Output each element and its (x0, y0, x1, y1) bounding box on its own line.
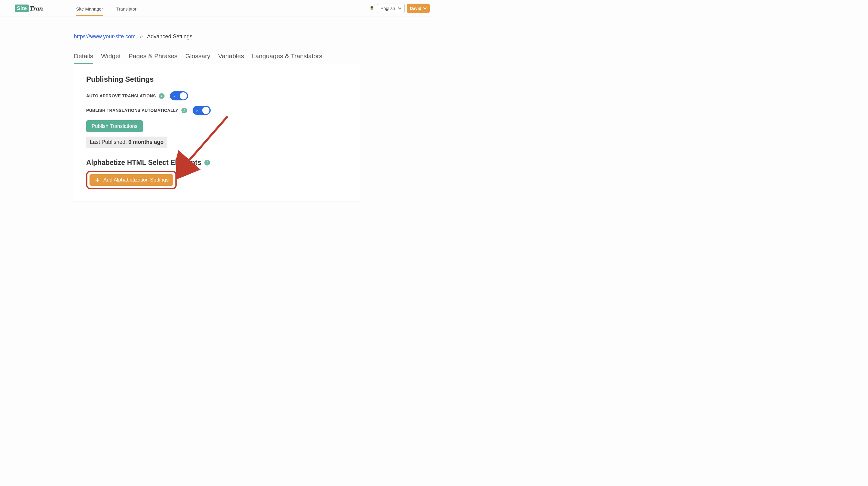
auto-approve-row: AUTO APPROVE TRANSLATIONS i ✓ (86, 91, 348, 100)
tab-details[interactable]: Details (74, 53, 93, 64)
publish-auto-toggle[interactable]: ✓ (193, 106, 211, 115)
user-menu-button[interactable]: David (407, 4, 430, 13)
top-bar: Site Tran Site Manager Translator Englis… (0, 0, 434, 17)
publish-translations-button[interactable]: Publish Translations (86, 120, 143, 132)
info-icon[interactable]: i (181, 108, 187, 113)
logo-wordmark: Tran (30, 4, 43, 12)
nav-site-manager[interactable]: Site Manager (76, 1, 103, 16)
breadcrumb-separator: » (140, 33, 143, 40)
logo[interactable]: Site Tran (15, 4, 43, 12)
add-alphabetization-button[interactable]: ＋ Add Alphabetization Settings (90, 174, 173, 186)
highlight-annotation: ＋ Add Alphabetization Settings (86, 171, 177, 189)
chevron-down-icon (423, 7, 427, 10)
auto-approve-label: AUTO APPROVE TRANSLATIONS i (86, 93, 164, 99)
info-icon[interactable]: i (159, 93, 164, 99)
settings-card: Publishing Settings AUTO APPROVE TRANSLA… (74, 64, 360, 202)
user-name: David (410, 6, 421, 11)
logo-mark: Site (15, 4, 29, 12)
language-icon (369, 6, 375, 11)
language-select[interactable]: English (377, 4, 405, 13)
breadcrumb-site-link[interactable]: https://www.your-site.com (74, 33, 135, 40)
tab-pages-phrases[interactable]: Pages & Phrases (129, 53, 178, 64)
tabs: Details Widget Pages & Phrases Glossary … (74, 53, 360, 64)
breadcrumb-current: Advanced Settings (147, 33, 192, 40)
tab-variables[interactable]: Variables (218, 53, 244, 64)
publish-auto-label: PUBLISH TRANSLATIONS AUTOMATICALLY i (86, 108, 187, 113)
top-nav: Site Manager Translator (76, 1, 136, 16)
add-alphabetization-label: Add Alphabetization Settings (103, 177, 168, 183)
publish-auto-row: PUBLISH TRANSLATIONS AUTOMATICALLY i ✓ (86, 106, 348, 115)
nav-translator[interactable]: Translator (116, 1, 136, 16)
tab-glossary[interactable]: Glossary (185, 53, 210, 64)
alphabetize-heading: Alphabetize HTML Select Elements i (86, 159, 348, 167)
check-icon: ✓ (173, 93, 177, 98)
breadcrumb: https://www.your-site.com » Advanced Set… (74, 33, 360, 40)
last-published-value: 6 months ago (128, 139, 164, 145)
plus-icon: ＋ (94, 177, 100, 183)
check-icon: ✓ (195, 108, 199, 113)
page-content: https://www.your-site.com » Advanced Set… (74, 17, 360, 219)
tab-widget[interactable]: Widget (101, 53, 121, 64)
publishing-settings-heading: Publishing Settings (86, 75, 348, 84)
info-icon[interactable]: i (204, 160, 210, 165)
last-published-badge: Last Published: 6 months ago (86, 136, 167, 148)
auto-approve-toggle[interactable]: ✓ (170, 91, 188, 100)
tab-languages-translators[interactable]: Languages & Translators (252, 53, 322, 64)
last-published-prefix: Last Published: (90, 139, 128, 145)
